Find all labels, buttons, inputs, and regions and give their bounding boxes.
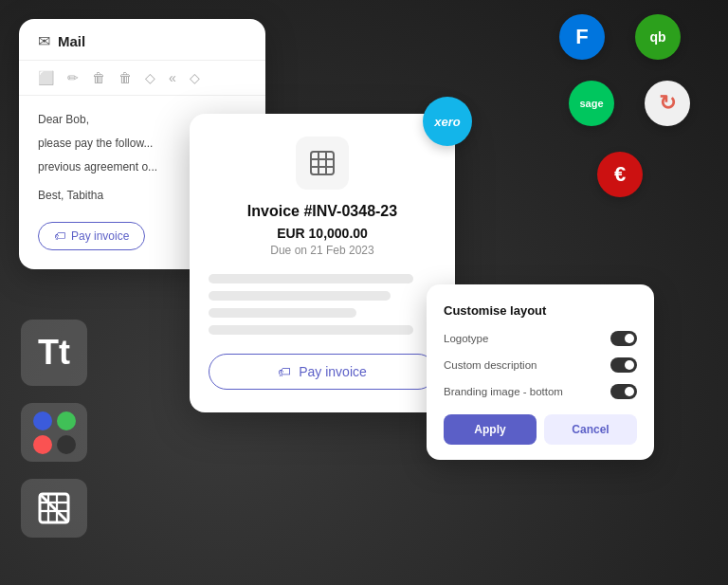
invoice-pay-button[interactable]: 🏷 Pay invoice [209, 354, 436, 390]
table-icon [37, 491, 71, 525]
customise-layout-card: Customise layout Logotype Custom descrip… [427, 284, 654, 460]
color-dot-blue[interactable] [33, 411, 52, 430]
xero-label: xero [434, 115, 460, 129]
invoice-lines [209, 274, 436, 335]
sage-icon[interactable]: sage [569, 81, 614, 126]
mail-envelope-icon: ✉ [38, 32, 50, 50]
bottom-icons-panel: Tt [21, 320, 87, 538]
inbox-icon[interactable]: ⬜ [38, 70, 54, 85]
invoice-due-date: Due on 21 Feb 2023 [209, 244, 436, 257]
invoice-line-1 [209, 274, 413, 283]
invoice-amount: EUR 10,000.00 [209, 226, 436, 241]
invoice-logo-wrap [209, 137, 436, 190]
mail-toolbar: ⬜ ✏ 🗑 🗑 ◇ « ◇ [19, 61, 265, 96]
svg-rect-0 [311, 152, 334, 174]
color-dots-grid [33, 411, 76, 454]
mail-title: Mail [58, 33, 85, 49]
custom-description-label: Custom description [444, 359, 537, 371]
freshbooks-icon[interactable]: F [559, 14, 605, 60]
customise-row-branding: Branding image - bottom [444, 384, 637, 399]
forward-icon[interactable]: ◇ [190, 70, 200, 85]
color-dot-green[interactable] [57, 411, 76, 430]
mail-pay-invoice-button[interactable]: 🏷 Pay invoice [38, 222, 145, 250]
invoice-line-4 [209, 325, 413, 335]
pay-icon: 🏷 [54, 229, 65, 243]
reply-all-icon[interactable]: « [169, 70, 176, 85]
customise-actions: Apply Cancel [444, 414, 637, 445]
trash2-icon[interactable]: 🗑 [118, 70, 132, 85]
logotype-toggle[interactable] [610, 331, 637, 346]
invoice-pay-icon: 🏷 [278, 364, 291, 379]
apply-button[interactable]: Apply [444, 414, 537, 445]
invoice-logo-box [296, 137, 349, 190]
branding-image-toggle[interactable] [610, 384, 637, 399]
color-dot-dark[interactable] [57, 435, 76, 454]
customise-row-description: Custom description [444, 357, 637, 373]
invoice-line-3 [209, 308, 356, 318]
color-dots-box[interactable] [21, 403, 87, 462]
refresh-icon[interactable]: ↻ [645, 81, 690, 126]
customise-row-logotype: Logotype [444, 331, 637, 346]
tag-icon[interactable]: ◇ [145, 70, 155, 85]
table-icon-box[interactable] [21, 479, 87, 538]
quickbooks-icon[interactable]: qb [635, 14, 681, 60]
mail-header: ✉ Mail [19, 19, 265, 61]
xero-badge: xero [423, 97, 472, 146]
edit-icon[interactable]: ✏ [67, 70, 79, 85]
mail-pay-invoice-label: Pay invoice [71, 229, 129, 243]
invoice-card: xero Invoice #INV-0348-23 EUR 10,000.00 … [190, 114, 455, 412]
invoice-pay-label: Pay invoice [299, 364, 367, 379]
invoice-line-2 [209, 291, 391, 301]
custom-description-toggle[interactable] [610, 357, 637, 373]
color-dot-red[interactable] [33, 435, 52, 454]
invoice-number: Invoice #INV-0348-23 [209, 203, 436, 220]
svg-line-10 [40, 494, 68, 522]
font-icon: Tt [38, 333, 70, 373]
branding-image-label: Branding image - bottom [444, 386, 563, 397]
logotype-label: Logotype [444, 333, 488, 344]
trash-icon[interactable]: 🗑 [92, 70, 105, 85]
cancel-button[interactable]: Cancel [544, 414, 637, 445]
customise-title: Customise layout [444, 303, 637, 318]
font-icon-box[interactable]: Tt [21, 320, 87, 386]
euro-icon[interactable]: € [597, 152, 643, 197]
